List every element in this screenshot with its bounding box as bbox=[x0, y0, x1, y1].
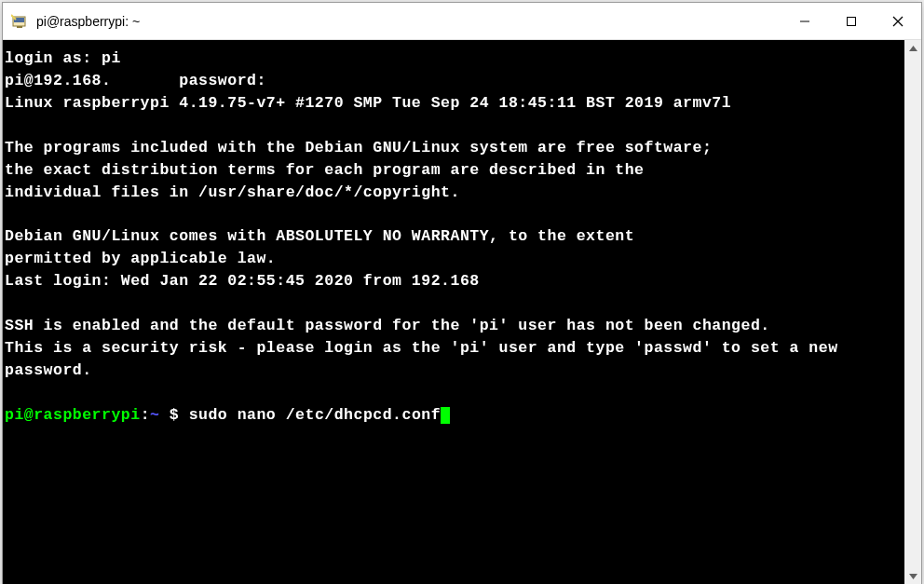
prompt-colon: : bbox=[141, 406, 150, 424]
minimize-button[interactable] bbox=[781, 3, 828, 39]
prompt-userhost: pi@raspberrypi bbox=[5, 406, 141, 424]
prompt-path: ~ bbox=[150, 406, 159, 424]
terminal-line: The programs included with the Debian GN… bbox=[5, 139, 712, 156]
scrollbar-up-icon[interactable] bbox=[904, 40, 921, 57]
putty-icon bbox=[10, 12, 29, 31]
terminal-line: individual files in /usr/share/doc/*/cop… bbox=[5, 183, 460, 201]
maximize-button[interactable] bbox=[828, 3, 875, 39]
prompt-dollar: $ bbox=[159, 406, 188, 424]
terminal-line: SSH is enabled and the default password … bbox=[5, 317, 770, 334]
cursor bbox=[441, 407, 450, 424]
terminal-container: login as: pi pi@192.168. password: Linux… bbox=[3, 40, 921, 584]
terminal-line: Last login: Wed Jan 22 02:55:45 2020 fro… bbox=[5, 272, 480, 290]
prompt-command: sudo nano /etc/dhcpcd.conf bbox=[189, 406, 441, 424]
titlebar-controls bbox=[781, 3, 921, 39]
svg-rect-5 bbox=[848, 17, 856, 25]
terminal-line: pi@192.168. bbox=[5, 72, 111, 89]
terminal-line: password: bbox=[111, 72, 265, 89]
scrollbar[interactable] bbox=[904, 40, 921, 584]
terminal-line: This is a security risk - please login a… bbox=[5, 339, 848, 379]
window-title: pi@raspberrypi: ~ bbox=[36, 14, 140, 29]
terminal-line: Debian GNU/Linux comes with ABSOLUTELY N… bbox=[5, 227, 634, 245]
terminal-line: Linux raspberrypi 4.19.75-v7+ #1270 SMP … bbox=[5, 94, 731, 112]
titlebar-left: pi@raspberrypi: ~ bbox=[3, 12, 781, 31]
app-window: pi@raspberrypi: ~ login as: pi pi@192.16… bbox=[2, 2, 922, 584]
terminal[interactable]: login as: pi pi@192.168. password: Linux… bbox=[3, 40, 904, 584]
close-button[interactable] bbox=[875, 3, 921, 39]
terminal-line: permitted by applicable law. bbox=[5, 250, 276, 267]
terminal-line: the exact distribution terms for each pr… bbox=[5, 161, 645, 179]
scrollbar-down-icon[interactable] bbox=[904, 568, 921, 584]
titlebar: pi@raspberrypi: ~ bbox=[3, 3, 921, 40]
terminal-line: login as: pi bbox=[5, 49, 121, 67]
